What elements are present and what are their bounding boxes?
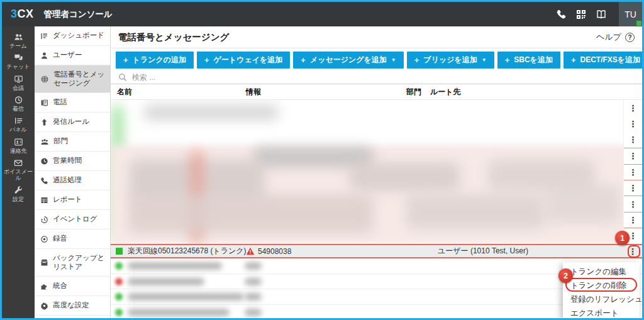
outbound-rules-icon (40, 118, 48, 126)
kebab-icon: ⋮ (629, 231, 638, 240)
kebab-icon: ⋮ (628, 246, 637, 257)
qr-code-icon[interactable] (576, 9, 586, 19)
sidebar-label: レポート (53, 196, 82, 204)
sidebar-item-phone-numbers-messaging[interactable]: 電話番号とメッセージング (35, 65, 110, 93)
rail-item-panel[interactable]: パネル (2, 114, 35, 135)
button-label: ゲートウェイを追加 (214, 55, 283, 65)
toolbar: + トランクの追加 + ゲートウェイを追加 + メッセージングを追加 ▼ + ブ… (111, 48, 642, 71)
integrations-icon (40, 282, 48, 290)
sidebar-label: 録音 (53, 234, 67, 243)
rail-item-voicemail[interactable]: ボイスメール (2, 157, 35, 184)
sidebar-item-integrations[interactable]: 統合 (35, 277, 110, 296)
blurred-text (245, 262, 262, 270)
sidebar-item-office-hours[interactable]: 営業時間 (35, 152, 110, 171)
add-trunk-button[interactable]: + トランクの追加 (116, 52, 194, 69)
column-header-route[interactable]: ルート先 (430, 84, 461, 100)
plus-icon: + (123, 55, 128, 65)
add-sbc-button[interactable]: + SBCを追加 (497, 52, 560, 69)
rail-label: 設定 (13, 196, 24, 202)
sidebar-item-call-handling[interactable]: 通話処理 (35, 171, 110, 190)
plus-icon: + (505, 55, 510, 65)
contacts-icon (14, 138, 23, 146)
sidebar-label: 統合 (53, 282, 67, 290)
topbar-actions: TU (556, 2, 642, 26)
topbar: 3CX 管理者コンソール TU (2, 2, 642, 26)
3cx-logo: 3CX (11, 8, 34, 21)
plus-icon: + (204, 55, 209, 65)
rail-label: パネル (9, 126, 27, 133)
plus-icon: + (301, 55, 306, 65)
menu-item-export[interactable]: エクスポート (563, 306, 640, 318)
page-title: 電話番号とメッセージング (118, 31, 229, 43)
add-bridge-button[interactable]: + ブリッジを追加 ▼ (407, 52, 494, 69)
chevron-down-icon: ▼ (391, 57, 396, 63)
sidebar-item-users[interactable]: ユーザー (35, 46, 110, 65)
menu-item-delete-trunk[interactable]: トランクの削除 (563, 279, 640, 292)
sidebar-item-backup-restore[interactable]: バックアップとリストア (35, 249, 110, 277)
row-menu-button[interactable]: ⋮ (624, 116, 642, 131)
dashboard-icon (40, 32, 48, 40)
sidebar-label: 通話処理 (53, 176, 82, 185)
sidebar-item-dashboard[interactable]: ダッシュボード (35, 26, 110, 46)
column-header-info[interactable]: 情報 (246, 84, 261, 100)
kebab-icon: ⋮ (629, 200, 638, 209)
phones-icon (40, 99, 48, 107)
sidebar-item-event-log[interactable]: イベントログ (35, 210, 110, 229)
menu-item-refresh-registration[interactable]: 登録のリフレッシュ (563, 292, 640, 306)
help-question-icon: ? (625, 33, 635, 42)
column-header-name[interactable]: 名前 (117, 84, 132, 100)
sidebar-label: 部門 (53, 137, 68, 146)
phone-icon[interactable] (556, 9, 567, 19)
rail-item-contacts[interactable]: 連絡先 (2, 136, 35, 157)
kebab-icon: ⋮ (629, 152, 638, 160)
row-menu-button[interactable]: ⋮ (624, 148, 642, 163)
sidebar-item-advanced-settings[interactable]: 高度な設定 (35, 296, 110, 316)
rail-item-teams[interactable]: チーム (2, 31, 35, 52)
row-menu-button[interactable]: ⋮ (624, 196, 642, 211)
table-body: ⋮ ⋮ ⋮ ⋮ ⋮ ⋮ ⋮ ⋮ ⋮ 楽天回線050123245678 (トランク… (111, 100, 642, 318)
rail-item-chat[interactable]: チャット (2, 52, 35, 72)
row-menu-button[interactable]: ⋮ (624, 212, 642, 228)
team-icon (14, 33, 23, 41)
rail-item-settings[interactable]: 設定 (2, 184, 35, 205)
blurred-text (143, 105, 279, 120)
user-avatar[interactable]: TU (619, 2, 642, 26)
sidebar-item-phones[interactable]: 電話 (35, 93, 110, 113)
sidebar-label: 営業時間 (53, 157, 82, 165)
row-menu-button[interactable]: ⋮ (624, 180, 642, 196)
rail-label: 連絡先 (10, 148, 27, 154)
row-menu-button[interactable]: ⋮ (624, 100, 642, 116)
trunk-name: 楽天回線050123245678 (トランク) (128, 245, 247, 257)
add-dect-fxs-button[interactable]: + DECT/FXSを追加 (564, 52, 644, 69)
sidebar-item-departments[interactable]: 部門 (35, 132, 110, 152)
trunk-row-selected[interactable]: 楽天回線050123245678 (トランク) 54908038 ユーザー (1… (111, 244, 642, 258)
kebab-icon: ⋮ (629, 168, 638, 177)
row-menu-button[interactable]: ⋮ (624, 164, 642, 180)
rail-item-incoming[interactable]: 着信 (2, 94, 35, 114)
rail-item-meet[interactable]: 会議 (2, 73, 35, 94)
trunk-info: 54908038 (246, 245, 291, 257)
add-gateway-button[interactable]: + ゲートウェイを追加 (197, 52, 290, 69)
sidebar-label: 発信ルール (53, 118, 89, 126)
search-icon (118, 73, 127, 82)
sidebar-item-outbound-rules[interactable]: 発信ルール (35, 113, 110, 132)
blurred-text (406, 194, 545, 229)
open-book-icon[interactable] (596, 9, 607, 19)
annotation-step-1-badge: 1 (615, 231, 630, 245)
trunk-row-menu-button[interactable]: ⋮ (628, 246, 637, 257)
sidebar-label: イベントログ (53, 215, 97, 224)
button-label: トランクの追加 (133, 55, 186, 65)
rail-label: 着信 (13, 106, 24, 112)
row-menu-button[interactable]: ⋮ (624, 132, 642, 148)
button-label: ブリッジを追加 (423, 55, 477, 65)
column-header-department[interactable]: 部門 (406, 84, 421, 100)
sidebar-item-recordings[interactable]: 録音 (35, 229, 110, 249)
button-label: DECT/FXSを追加 (580, 55, 641, 65)
search-input[interactable] (132, 73, 635, 82)
presence-indicator (636, 21, 641, 26)
sidebar-item-reports[interactable]: レポート (35, 190, 110, 210)
help-link[interactable]: ヘルプ ? (596, 31, 635, 43)
blurred-text (128, 278, 204, 285)
add-messaging-button[interactable]: + メッセージングを追加 ▼ (293, 52, 403, 69)
menu-item-edit-trunk[interactable]: トランクの編集 (563, 265, 640, 279)
